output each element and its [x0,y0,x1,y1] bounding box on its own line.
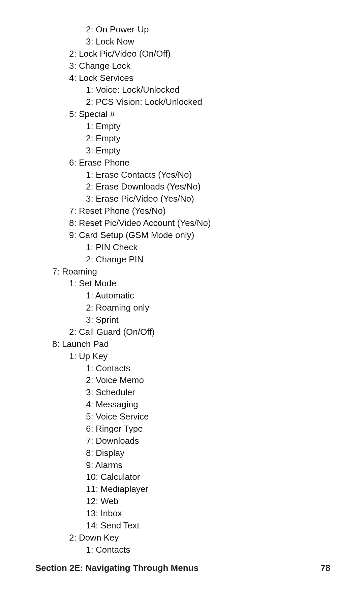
menu-line: 1: Erase Contacts (Yes/No) [35,169,330,181]
menu-line: 9: Alarms [35,459,330,471]
menu-line: 3: Change Lock [35,60,330,72]
menu-line: 2: Change PIN [35,254,330,266]
menu-line: 3: Scheduler [35,386,330,399]
menu-line: 9: Card Setup (GSM Mode only) [35,229,330,241]
menu-line: 1: PIN Check [35,241,330,254]
menu-line: 4: Messaging [35,399,330,411]
menu-line: 11: Mediaplayer [35,483,330,495]
menu-line: 8: Display [35,447,330,459]
menu-line: 10: Calculator [35,471,330,483]
menu-line: 1: Voice: Lock/Unlocked [35,84,330,96]
menu-line: 2: Down Key [35,532,330,544]
menu-line: 1: Up Key [35,350,330,363]
menu-line: 8: Launch Pad [35,338,330,350]
footer-page-number: 78 [321,563,330,573]
menu-line: 13: Inbox [35,508,330,520]
menu-line: 5: Voice Service [35,411,330,423]
menu-line: 2: Roaming only [35,302,330,314]
menu-line: 7: Downloads [35,435,330,447]
menu-line: 2: Lock Pic/Video (On/Off) [35,48,330,60]
menu-line: 2: PCS Vision: Lock/Unlocked [35,96,330,108]
menu-line: 7: Roaming [35,266,330,278]
footer: Section 2E: Navigating Through Menus 78 [35,563,330,573]
menu-line: 8: Reset Pic/Video Account (Yes/No) [35,217,330,229]
page: 2: On Power-Up3: Lock Now2: Lock Pic/Vid… [0,0,364,607]
menu-line: 2: Call Guard (On/Off) [35,326,330,338]
menu-line: 6: Ringer Type [35,423,330,435]
footer-section: Section 2E: Navigating Through Menus [35,563,199,573]
menu-line: 3: Lock Now [35,36,330,48]
menu-line: 6: Erase Phone [35,157,330,169]
menu-line: 3: Erase Pic/Video (Yes/No) [35,193,330,205]
menu-line: 3: Sprint [35,314,330,326]
menu-line: 5: Special # [35,108,330,120]
menu-line: 1: Contacts [35,363,330,375]
menu-line: 4: Lock Services [35,72,330,84]
menu-line: 1: Set Mode [35,278,330,290]
menu-line: 2: Empty [35,133,330,145]
menu-line: 1: Empty [35,120,330,133]
menu-line: 3: Empty [35,145,330,157]
menu-line: 2: On Power-Up [35,24,330,36]
menu-line: 1: Contacts [35,544,330,556]
menu-line: 2: Erase Downloads (Yes/No) [35,181,330,193]
menu-line: 14: Send Text [35,520,330,532]
menu-line: 1: Automatic [35,290,330,302]
menu-line: 12: Web [35,495,330,508]
menu-outline: 2: On Power-Up3: Lock Now2: Lock Pic/Vid… [35,24,330,556]
menu-line: 2: Voice Memo [35,374,330,386]
menu-line: 7: Reset Phone (Yes/No) [35,205,330,217]
